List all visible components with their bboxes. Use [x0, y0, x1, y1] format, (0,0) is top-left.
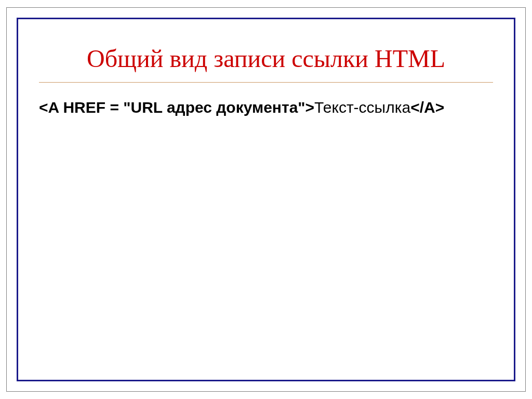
- slide-title: Общий вид записи ссылки HTML: [39, 44, 493, 83]
- code-link-text: Текст-ссылка: [314, 99, 410, 116]
- code-close-tag: </A>: [410, 99, 444, 116]
- slide-body: <A HREF = "URL адрес документа">Текст-сс…: [39, 97, 493, 117]
- code-open-tag: <A HREF = "URL адрес документа">: [39, 99, 314, 116]
- slide-inner-frame: Общий вид записи ссылки HTML <A HREF = "…: [17, 18, 515, 381]
- slide-outer-frame: Общий вид записи ссылки HTML <A HREF = "…: [6, 7, 526, 392]
